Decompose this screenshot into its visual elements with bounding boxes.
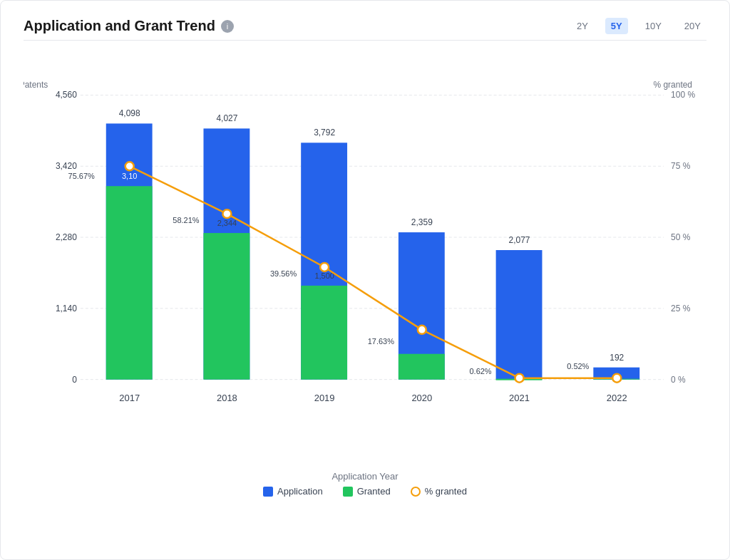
- title-area: Application and Grant Trend i: [24, 18, 234, 34]
- pct-label-2017: 75.67%: [68, 172, 95, 180]
- dot-2022: [612, 374, 621, 383]
- bar-granted-2018: [203, 233, 250, 380]
- y-tick-0: 0: [72, 375, 77, 385]
- info-icon[interactable]: i: [221, 20, 234, 33]
- y-tick-right-75: 75 %: [671, 161, 691, 171]
- y-tick-3420: 3,420: [56, 161, 77, 171]
- label-app-2020: 2,359: [411, 217, 433, 227]
- x-label-2021: 2021: [509, 393, 530, 403]
- dot-2017: [125, 162, 134, 170]
- y-tick-right-25: 25 %: [671, 304, 691, 313]
- x-label-2019: 2019: [314, 393, 335, 403]
- legend-circle-pct: [411, 487, 421, 497]
- legend-pct-granted: % granted: [411, 486, 467, 497]
- bar-granted-2019: [301, 286, 347, 380]
- dot-2020: [418, 326, 426, 334]
- time-filters: 2Y 5Y 10Y 20Y: [571, 18, 706, 34]
- y-tick-2280: 2,280: [56, 232, 77, 242]
- x-label-2020: 2020: [411, 393, 432, 403]
- bar-granted-2020: [399, 354, 445, 380]
- label-app-2017: 4,098: [119, 108, 140, 118]
- label-granted-2017: 3,10: [122, 172, 137, 180]
- legend-title: Application Year: [331, 471, 398, 482]
- legend-label-granted: Granted: [357, 486, 391, 497]
- legend-granted: Granted: [343, 486, 391, 497]
- pct-granted-line: [130, 166, 617, 378]
- y-tick-right-0: 0 %: [671, 375, 686, 385]
- label-app-2021: 2,077: [509, 235, 530, 245]
- chart-area: Patents % granted 4,560 3,420 2,280 1,14…: [24, 52, 706, 465]
- y-tick-1140: 1,140: [56, 304, 77, 313]
- pct-label-2022: 0.52%: [567, 362, 589, 370]
- label-app-2019: 3,792: [314, 128, 335, 138]
- pct-label-2018: 58.21%: [173, 216, 199, 224]
- label-granted-2018: 2,344: [217, 219, 237, 227]
- x-label-2022: 2022: [607, 393, 627, 403]
- legend-application: Application: [263, 486, 323, 497]
- chart-card: Application and Grant Trend i 2Y 5Y 10Y …: [0, 0, 730, 560]
- legend-label-application: Application: [277, 486, 323, 497]
- legend-box-granted: [343, 487, 353, 497]
- dot-2018: [222, 209, 231, 218]
- chart-legend: Application Year Application Granted % g…: [24, 471, 706, 497]
- time-btn-5y[interactable]: 5Y: [605, 18, 628, 34]
- x-label-2017: 2017: [119, 393, 140, 403]
- pct-label-2021: 0.62%: [470, 367, 492, 375]
- legend-items: Application Granted % granted: [263, 486, 467, 497]
- label-app-2018: 4,027: [216, 113, 237, 123]
- y-tick-4560: 4,560: [56, 90, 77, 100]
- time-btn-20y[interactable]: 20Y: [679, 18, 706, 34]
- time-btn-2y[interactable]: 2Y: [571, 18, 594, 34]
- chart-title: Application and Grant Trend: [24, 18, 215, 34]
- dot-2019: [320, 263, 329, 271]
- label-granted-2019: 1,500: [314, 271, 334, 280]
- legend-label-pct: % granted: [425, 486, 467, 497]
- pct-label-2019: 39.56%: [270, 269, 297, 278]
- bar-granted-2017: [106, 186, 153, 379]
- y-tick-right-100: 100 %: [671, 90, 695, 100]
- header-divider: [24, 40, 706, 41]
- y-axis-right-label: % granted: [653, 81, 692, 90]
- dot-2021: [515, 374, 524, 383]
- y-tick-right-50: 50 %: [671, 232, 691, 242]
- y-axis-left-label: Patents: [24, 81, 48, 90]
- chart-header: Application and Grant Trend i 2Y 5Y 10Y …: [24, 18, 706, 34]
- time-btn-10y[interactable]: 10Y: [639, 18, 667, 34]
- pct-label-2020: 17.63%: [368, 337, 394, 346]
- chart-svg: Patents % granted 4,560 3,420 2,280 1,14…: [24, 52, 706, 465]
- bar-app-2021: [496, 250, 543, 380]
- legend-box-application: [263, 487, 273, 497]
- label-app-2022: 192: [610, 353, 624, 363]
- x-label-2018: 2018: [217, 393, 237, 403]
